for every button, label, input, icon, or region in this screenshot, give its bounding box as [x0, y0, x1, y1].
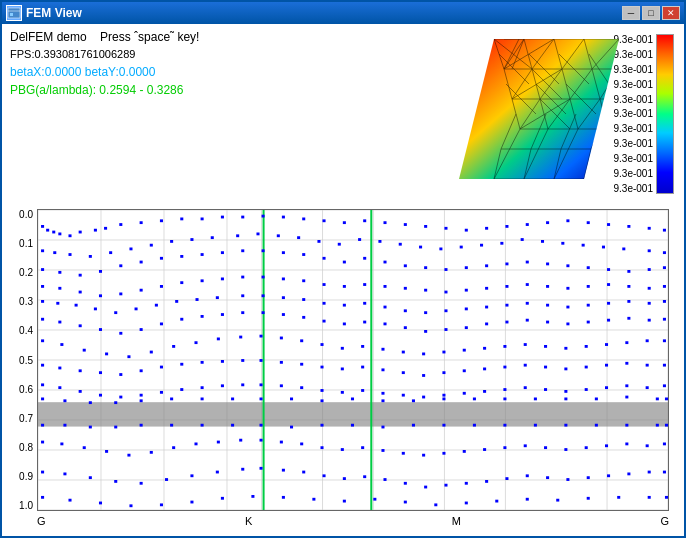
svg-rect-401 — [201, 398, 204, 401]
svg-rect-496 — [566, 478, 569, 481]
pbg-label: PBG(a/lambda): 0.2594 - 0.3286 — [10, 81, 199, 99]
svg-rect-193 — [465, 266, 468, 269]
svg-rect-144 — [109, 251, 112, 254]
maximize-button[interactable]: □ — [642, 6, 660, 20]
xaxis-label-g2: G — [660, 515, 669, 527]
svg-rect-221 — [383, 285, 386, 288]
svg-rect-305 — [150, 351, 153, 354]
svg-rect-156 — [358, 238, 361, 241]
svg-rect-486 — [363, 475, 366, 478]
plot-svg — [38, 210, 668, 510]
yaxis-label-00: 0.0 — [6, 209, 36, 220]
svg-rect-365 — [79, 390, 82, 393]
svg-rect-137 — [627, 225, 630, 228]
svg-rect-469 — [625, 443, 628, 446]
svg-rect-409 — [442, 398, 445, 401]
svg-rect-125 — [383, 221, 386, 224]
svg-rect-513 — [373, 498, 376, 501]
svg-rect-403 — [260, 398, 263, 401]
yaxis-label-10: 1.0 — [6, 500, 36, 511]
svg-rect-182 — [241, 249, 244, 252]
svg-rect-318 — [422, 353, 425, 356]
svg-rect-427 — [290, 426, 293, 429]
svg-rect-251 — [343, 304, 346, 307]
svg-rect-356 — [544, 366, 547, 369]
svg-rect-425 — [231, 424, 234, 427]
svg-rect-120 — [282, 216, 285, 219]
svg-rect-167 — [582, 244, 585, 247]
svg-rect-124 — [363, 219, 366, 222]
svg-rect-158 — [399, 243, 402, 246]
svg-rect-336 — [140, 369, 143, 372]
svg-rect-113 — [140, 221, 143, 224]
svg-rect-432 — [442, 424, 445, 427]
svg-rect-402 — [231, 398, 234, 401]
svg-rect-121 — [302, 218, 305, 221]
svg-rect-198 — [566, 264, 569, 267]
svg-rect-299 — [663, 318, 666, 321]
svg-rect-294 — [566, 323, 569, 326]
svg-rect-518 — [526, 498, 529, 501]
svg-rect-194 — [485, 264, 488, 267]
svg-rect-309 — [239, 336, 242, 339]
svg-rect-263 — [587, 304, 590, 307]
svg-rect-447 — [172, 446, 175, 449]
info-line1: DelFEM demo Press ˆspace˜ key! — [10, 28, 199, 46]
minimize-button[interactable]: ─ — [622, 6, 640, 20]
svg-rect-520 — [587, 497, 590, 500]
svg-rect-426 — [260, 424, 263, 427]
xaxis-labels: G K M G — [37, 511, 669, 531]
svg-rect-435 — [534, 424, 537, 427]
svg-rect-346 — [341, 368, 344, 371]
svg-rect-257 — [465, 308, 468, 311]
svg-rect-283 — [343, 323, 346, 326]
svg-rect-308 — [217, 338, 220, 341]
svg-rect-268 — [41, 318, 44, 321]
svg-rect-317 — [402, 351, 405, 354]
svg-rect-398 — [114, 401, 117, 404]
close-button[interactable]: ✕ — [662, 6, 680, 20]
svg-rect-506 — [160, 503, 163, 506]
svg-rect-502 — [41, 496, 44, 499]
svg-rect-514 — [404, 501, 407, 504]
svg-rect-504 — [99, 502, 102, 505]
svg-rect-363 — [41, 383, 44, 386]
svg-rect-117 — [221, 216, 224, 219]
svg-rect-364 — [58, 386, 61, 389]
svg-rect-271 — [99, 328, 102, 331]
svg-rect-463 — [503, 446, 506, 449]
svg-rect-351 — [442, 371, 445, 374]
svg-rect-407 — [381, 399, 384, 402]
svg-rect-378 — [341, 391, 344, 394]
svg-rect-149 — [211, 236, 214, 239]
svg-rect-495 — [546, 476, 549, 479]
svg-rect-119 — [262, 215, 265, 218]
svg-rect-140 — [41, 249, 44, 252]
svg-rect-289 — [465, 326, 468, 329]
svg-rect-349 — [402, 371, 405, 374]
svg-rect-473 — [63, 473, 66, 476]
svg-rect-154 — [317, 240, 320, 243]
svg-rect-483 — [302, 471, 305, 474]
svg-rect-497 — [587, 476, 590, 479]
yaxis-label-04: 0.4 — [6, 325, 36, 336]
svg-rect-280 — [282, 313, 285, 316]
svg-rect-515 — [434, 503, 437, 506]
svg-rect-165 — [541, 240, 544, 243]
svg-rect-494 — [526, 474, 529, 477]
svg-rect-332 — [58, 367, 61, 370]
svg-rect-111 — [104, 227, 107, 230]
svg-rect-2 — [10, 13, 13, 16]
svg-rect-329 — [646, 339, 649, 342]
svg-rect-104 — [41, 225, 44, 228]
svg-rect-161 — [460, 246, 463, 249]
svg-rect-266 — [648, 302, 651, 305]
svg-rect-373 — [241, 383, 244, 386]
svg-rect-229 — [546, 285, 549, 288]
svg-rect-109 — [79, 231, 82, 234]
svg-rect-442 — [60, 443, 63, 446]
svg-rect-434 — [503, 424, 506, 427]
svg-rect-350 — [422, 374, 425, 377]
delfem-label: DelFEM demo — [10, 30, 87, 44]
svg-rect-250 — [323, 302, 326, 305]
